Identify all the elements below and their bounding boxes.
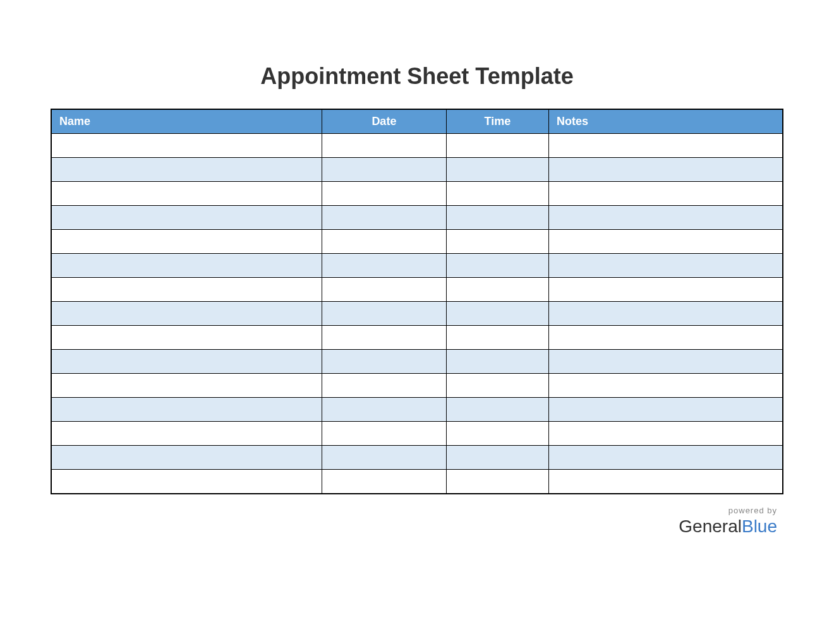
cell-name[interactable]	[51, 470, 322, 494]
cell-name[interactable]	[51, 182, 322, 206]
cell-time[interactable]	[446, 398, 548, 422]
cell-name[interactable]	[51, 302, 322, 326]
cell-notes[interactable]	[548, 134, 783, 158]
powered-by-text: powered by	[51, 506, 777, 515]
cell-notes[interactable]	[548, 206, 783, 230]
cell-name[interactable]	[51, 230, 322, 254]
cell-date[interactable]	[322, 206, 446, 230]
cell-name[interactable]	[51, 134, 322, 158]
cell-notes[interactable]	[548, 254, 783, 278]
column-header-date: Date	[322, 109, 446, 134]
appointment-table: Name Date Time Notes	[51, 109, 783, 494]
cell-notes[interactable]	[548, 350, 783, 374]
cell-date[interactable]	[322, 134, 446, 158]
cell-time[interactable]	[446, 326, 548, 350]
table-row	[51, 350, 783, 374]
cell-time[interactable]	[446, 422, 548, 446]
cell-date[interactable]	[322, 182, 446, 206]
table-row	[51, 134, 783, 158]
table-header-row: Name Date Time Notes	[51, 109, 783, 134]
cell-name[interactable]	[51, 374, 322, 398]
table-body	[51, 134, 783, 494]
cell-name[interactable]	[51, 278, 322, 302]
cell-date[interactable]	[322, 398, 446, 422]
column-header-name: Name	[51, 109, 322, 134]
cell-notes[interactable]	[548, 182, 783, 206]
cell-date[interactable]	[322, 422, 446, 446]
column-header-time: Time	[446, 109, 548, 134]
table-row	[51, 278, 783, 302]
cell-name[interactable]	[51, 206, 322, 230]
cell-notes[interactable]	[548, 374, 783, 398]
logo-text-general: General	[679, 516, 742, 536]
cell-date[interactable]	[322, 230, 446, 254]
table-row	[51, 446, 783, 470]
table-row	[51, 206, 783, 230]
cell-notes[interactable]	[548, 158, 783, 182]
table-row	[51, 326, 783, 350]
cell-name[interactable]	[51, 446, 322, 470]
table-row	[51, 182, 783, 206]
cell-time[interactable]	[446, 278, 548, 302]
cell-notes[interactable]	[548, 326, 783, 350]
cell-notes[interactable]	[548, 302, 783, 326]
table-row	[51, 374, 783, 398]
cell-date[interactable]	[322, 470, 446, 494]
cell-time[interactable]	[446, 254, 548, 278]
cell-date[interactable]	[322, 254, 446, 278]
table-row	[51, 158, 783, 182]
cell-name[interactable]	[51, 350, 322, 374]
cell-notes[interactable]	[548, 446, 783, 470]
cell-time[interactable]	[446, 446, 548, 470]
column-header-notes: Notes	[548, 109, 783, 134]
table-row	[51, 230, 783, 254]
cell-date[interactable]	[322, 446, 446, 470]
footer: powered by GeneralBlue	[51, 506, 783, 537]
cell-name[interactable]	[51, 326, 322, 350]
cell-date[interactable]	[322, 158, 446, 182]
cell-time[interactable]	[446, 230, 548, 254]
cell-time[interactable]	[446, 134, 548, 158]
cell-name[interactable]	[51, 254, 322, 278]
cell-date[interactable]	[322, 302, 446, 326]
cell-notes[interactable]	[548, 470, 783, 494]
cell-time[interactable]	[446, 158, 548, 182]
cell-time[interactable]	[446, 350, 548, 374]
page-title: Appointment Sheet Template	[51, 63, 783, 90]
cell-date[interactable]	[322, 326, 446, 350]
table-row	[51, 470, 783, 494]
logo-text-blue: Blue	[742, 516, 777, 536]
cell-time[interactable]	[446, 302, 548, 326]
cell-time[interactable]	[446, 470, 548, 494]
generalblue-logo: GeneralBlue	[51, 516, 777, 537]
cell-date[interactable]	[322, 278, 446, 302]
cell-notes[interactable]	[548, 230, 783, 254]
cell-notes[interactable]	[548, 398, 783, 422]
table-row	[51, 254, 783, 278]
cell-notes[interactable]	[548, 422, 783, 446]
cell-name[interactable]	[51, 158, 322, 182]
cell-time[interactable]	[446, 182, 548, 206]
cell-time[interactable]	[446, 374, 548, 398]
table-row	[51, 398, 783, 422]
cell-notes[interactable]	[548, 278, 783, 302]
cell-name[interactable]	[51, 398, 322, 422]
table-row	[51, 302, 783, 326]
table-row	[51, 422, 783, 446]
cell-time[interactable]	[446, 206, 548, 230]
cell-date[interactable]	[322, 374, 446, 398]
cell-date[interactable]	[322, 350, 446, 374]
cell-name[interactable]	[51, 422, 322, 446]
